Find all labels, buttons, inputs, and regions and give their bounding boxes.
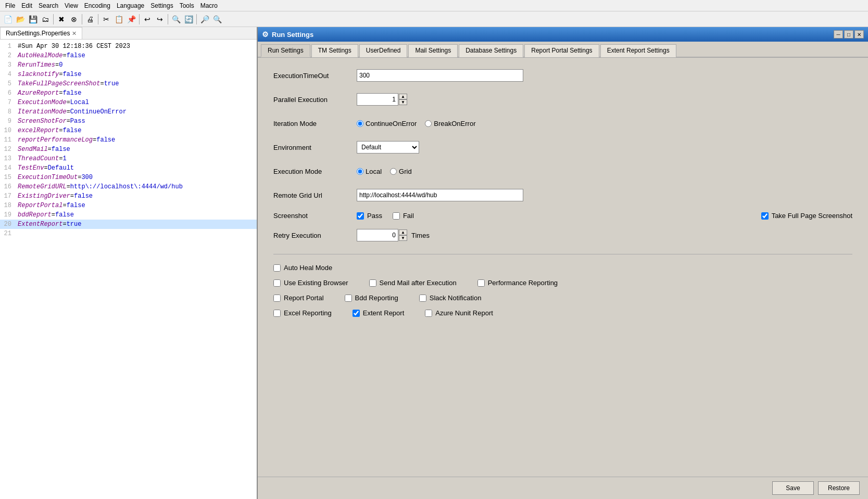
- toolbar: 📄 📂 💾 🗂 ✖ ⊗ 🖨 ✂ 📋 📌 ↩ ↪ 🔍 🔄 🔎 🔍: [0, 11, 868, 27]
- execution-mode-grid[interactable]: Grid: [390, 168, 412, 175]
- parallel-execution-input[interactable]: [357, 93, 398, 106]
- execution-mode-local[interactable]: Local: [357, 168, 382, 175]
- screenshot-fail-check[interactable]: Fail: [393, 212, 414, 220]
- iteration-mode-break[interactable]: BreakOnError: [425, 120, 475, 127]
- replace-btn[interactable]: 🔄: [183, 14, 194, 25]
- maximize-button[interactable]: □: [844, 30, 853, 39]
- environment-select[interactable]: Default: [357, 141, 419, 153]
- perf-reporting-check[interactable]: Performance Reporting: [477, 279, 558, 287]
- iteration-mode-control: ContinueOnError BreakOnError: [357, 120, 852, 127]
- code-line: 10 excelReport=false: [0, 126, 257, 135]
- iteration-continue-radio[interactable]: [357, 120, 363, 127]
- auto-heal-checkbox[interactable]: [273, 264, 281, 272]
- bdd-reporting-checkbox[interactable]: [345, 295, 352, 302]
- excel-reporting-check[interactable]: Excel Reporting: [273, 309, 332, 317]
- retry-spinner: ▲ ▼: [357, 229, 407, 241]
- menu-settings[interactable]: Settings: [147, 1, 176, 10]
- iteration-break-radio[interactable]: [425, 120, 432, 127]
- menu-encoding[interactable]: Encoding: [81, 1, 114, 10]
- open-btn[interactable]: 📂: [15, 14, 26, 25]
- editor-tab[interactable]: RunSettings.Properties ✕: [0, 27, 82, 39]
- copy-btn[interactable]: 📋: [113, 14, 124, 25]
- extent-report-checkbox[interactable]: [353, 310, 360, 317]
- tab-run-settings[interactable]: Run Settings: [261, 44, 310, 57]
- dialog-controls: ─ □ ✕: [834, 30, 864, 39]
- code-editor: RunSettings.Properties ✕ 1 #Sun Apr 30 1…: [0, 27, 258, 499]
- tab-user-defined[interactable]: UserDefined: [359, 44, 408, 57]
- report-portal-check[interactable]: Report Portal: [273, 294, 324, 302]
- menu-edit[interactable]: Edit: [18, 1, 35, 10]
- undo-btn[interactable]: ↩: [142, 14, 153, 25]
- code-line: 9 ScreenShotFor=Pass: [0, 117, 257, 126]
- perf-reporting-checkbox[interactable]: [477, 279, 485, 287]
- slack-notification-check[interactable]: Slack Notification: [419, 294, 482, 302]
- azure-nunit-label: Azure Nunit Report: [435, 309, 493, 317]
- azure-nunit-check[interactable]: Azure Nunit Report: [425, 309, 493, 317]
- menu-file[interactable]: File: [2, 1, 18, 10]
- use-existing-checkbox[interactable]: [273, 279, 281, 287]
- code-line: 16 RemoteGridURL=http\://localhost\:4444…: [0, 182, 257, 191]
- code-line: 8 IterationMode=ContinueOnError: [0, 107, 257, 117]
- send-mail-check[interactable]: Send Mail after Execution: [369, 279, 457, 287]
- screenshot-pass-checkbox[interactable]: [357, 212, 364, 220]
- report-portal-label: Report Portal: [284, 294, 324, 302]
- menu-macro[interactable]: Macro: [197, 1, 221, 10]
- cut-btn[interactable]: ✂: [100, 14, 112, 25]
- minimize-button[interactable]: ─: [834, 30, 843, 39]
- save-btn[interactable]: 💾: [27, 14, 39, 25]
- new-btn[interactable]: 📄: [2, 14, 14, 25]
- tab-report-portal-settings[interactable]: Report Portal Settings: [524, 44, 599, 57]
- slack-notification-checkbox[interactable]: [419, 295, 426, 302]
- zoom-out-btn[interactable]: 🔍: [211, 14, 223, 25]
- restore-button[interactable]: Restore: [818, 481, 860, 495]
- save-button[interactable]: Save: [772, 481, 814, 495]
- tab-database-settings[interactable]: Database Settings: [459, 44, 523, 57]
- execution-timeout-input[interactable]: [357, 69, 523, 82]
- take-fullpage-checkbox[interactable]: [761, 212, 769, 220]
- menu-search[interactable]: Search: [35, 1, 61, 10]
- editor-tab-close[interactable]: ✕: [72, 30, 77, 37]
- code-line: 1 #Sun Apr 30 12:18:36 CEST 2023: [0, 42, 257, 51]
- retry-execution-input[interactable]: [357, 229, 398, 241]
- screenshot-pass-check[interactable]: Pass: [357, 212, 382, 220]
- execution-grid-radio[interactable]: [390, 168, 397, 175]
- azure-nunit-checkbox[interactable]: [425, 310, 432, 317]
- retry-up-button[interactable]: ▲: [399, 229, 407, 235]
- bdd-reporting-check[interactable]: Bdd Reporting: [345, 294, 398, 302]
- excel-reporting-checkbox[interactable]: [273, 310, 281, 317]
- execution-local-radio[interactable]: [357, 168, 363, 175]
- print-btn[interactable]: 🖨: [84, 14, 96, 25]
- close-all-btn[interactable]: ⊗: [68, 14, 80, 25]
- sep2: [82, 14, 82, 24]
- close-dialog-button[interactable]: ✕: [854, 30, 864, 39]
- zoom-in-btn[interactable]: 🔎: [199, 14, 210, 25]
- auto-heal-check[interactable]: Auto Heal Mode: [273, 264, 332, 272]
- environment-control: Default: [357, 141, 852, 153]
- screenshot-fail-checkbox[interactable]: [393, 212, 400, 220]
- take-fullpage-check[interactable]: Take Full Page Screenshot: [761, 212, 852, 220]
- code-line: 19 bddReport=false: [0, 210, 257, 220]
- menu-tools[interactable]: Tools: [177, 1, 197, 10]
- extent-report-check[interactable]: Extent Report: [353, 309, 405, 317]
- report-portal-checkbox[interactable]: [273, 295, 281, 302]
- tab-mail-settings[interactable]: Mail Settings: [408, 44, 458, 57]
- tab-extent-report-settings[interactable]: Extent Report Settings: [600, 44, 676, 57]
- remote-grid-url-input[interactable]: [357, 189, 523, 201]
- code-content[interactable]: 1 #Sun Apr 30 12:18:36 CEST 2023 2 AutoH…: [0, 40, 257, 499]
- use-existing-check[interactable]: Use Existing Browser: [273, 279, 348, 287]
- menu-language[interactable]: Language: [114, 1, 147, 10]
- redo-btn[interactable]: ↪: [154, 14, 166, 25]
- tab-tm-settings[interactable]: TM Settings: [311, 44, 358, 57]
- menu-view[interactable]: View: [61, 1, 81, 10]
- parallel-execution-down[interactable]: ▼: [399, 99, 407, 105]
- parallel-execution-up[interactable]: ▲: [399, 94, 407, 99]
- retry-down-button[interactable]: ▼: [399, 235, 407, 241]
- code-line: 5 TakeFullPageScreenShot=true: [0, 79, 257, 88]
- find-btn[interactable]: 🔍: [170, 14, 182, 25]
- send-mail-checkbox[interactable]: [369, 279, 376, 287]
- save-all-btn[interactable]: 🗂: [40, 14, 51, 25]
- parallel-execution-label: Parallel Execution: [273, 96, 357, 104]
- paste-btn[interactable]: 📌: [125, 14, 137, 25]
- close-btn[interactable]: ✖: [56, 14, 67, 25]
- iteration-mode-continue[interactable]: ContinueOnError: [357, 120, 417, 127]
